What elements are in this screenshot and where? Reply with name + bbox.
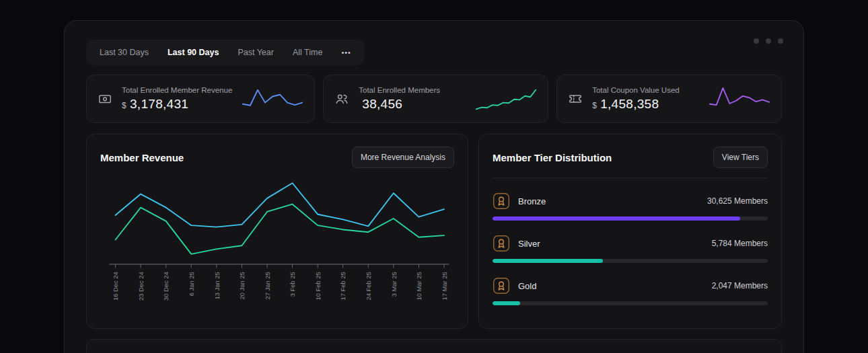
banknote-icon: [98, 91, 112, 106]
silver-badge-icon: [493, 235, 510, 252]
svg-text:6 Jan 25: 6 Jan 25: [188, 272, 195, 296]
svg-text:3 Feb 25: 3 Feb 25: [289, 272, 296, 297]
currency-prefix: $: [592, 101, 597, 110]
view-tiers-button[interactable]: View Tiers: [713, 147, 768, 168]
kpi-label: Total Enrolled Members: [359, 86, 440, 94]
svg-text:17 Mar 25: 17 Mar 25: [441, 272, 448, 300]
kpi-meta: Total Enrolled Member Revenue $3,178,431: [122, 86, 232, 112]
svg-text:24 Feb 25: 24 Feb 25: [365, 272, 372, 300]
tab-last-90-days[interactable]: Last 90 Days: [158, 40, 228, 65]
panel-title: Member Revenue: [100, 152, 184, 163]
revenue-sparkline: [242, 83, 303, 114]
currency-prefix: $: [122, 101, 126, 110]
kpi-card-coupon-value: Total Coupon Value Used $1,458,358: [556, 75, 782, 123]
svg-text:23 Dec 24: 23 Dec 24: [137, 272, 145, 301]
tab-all-time[interactable]: All Time: [283, 40, 332, 65]
tier-progress-track: [493, 301, 768, 305]
next-panel-partial: [86, 339, 782, 353]
tier-progress-track: [493, 217, 768, 221]
svg-text:3 Mar 25: 3 Mar 25: [390, 272, 398, 297]
tier-row-bronze: Bronze 30,625 Members: [493, 192, 768, 221]
tier-row-gold: Gold 2,047 Members: [493, 277, 768, 305]
tier-name: Silver: [518, 239, 540, 249]
tab-last-30-days[interactable]: Last 30 Days: [90, 40, 158, 65]
tier-member-count: 30,625 Members: [707, 196, 768, 206]
members-sparkline: [475, 83, 537, 114]
kpi-value: $1,458,358: [592, 97, 680, 112]
kpi-meta: Total Coupon Value Used $1,458,358: [592, 86, 680, 112]
kpi-card-enrolled-members: Total Enrolled Members 38,456: [323, 75, 548, 123]
gold-badge-icon: [493, 277, 510, 295]
tier-row-top: Bronze 30,625 Members: [493, 192, 768, 210]
tier-member-count: 2,047 Members: [712, 281, 768, 290]
kpi-row: Total Enrolled Member Revenue $3,178,431…: [86, 75, 782, 123]
svg-text:30 Dec 24: 30 Dec 24: [162, 272, 170, 301]
main-row: Member Revenue More Revenue Analysis 16 …: [86, 134, 782, 329]
tier-row-top: Silver 5,784 Members: [493, 235, 768, 252]
coupon-sparkline: [709, 83, 770, 114]
members-icon: [334, 91, 349, 106]
tab-past-year[interactable]: Past Year: [228, 40, 283, 65]
panel-title: Member Tier Distribution: [493, 152, 612, 163]
kpi-label: Total Coupon Value Used: [592, 86, 680, 94]
svg-text:20 Jan 25: 20 Jan 25: [238, 272, 246, 299]
kpi-amount: 38,456: [362, 97, 402, 111]
dashboard-container: Last 30 Days Last 90 Days Past Year All …: [64, 20, 804, 353]
kpi-value: 38,456: [359, 97, 440, 112]
more-revenue-analysis-button[interactable]: More Revenue Analysis: [352, 147, 454, 168]
tier-progress-track: [493, 259, 768, 263]
kpi-amount: 1,458,358: [600, 97, 659, 111]
tier-row-top: Gold 2,047 Members: [493, 277, 768, 295]
coupon-icon: [568, 91, 583, 106]
kpi-card-member-revenue: Total Enrolled Member Revenue $3,178,431: [86, 75, 315, 123]
tier-row-silver: Silver 5,784 Members: [493, 235, 768, 263]
window-dot-2[interactable]: [766, 38, 771, 44]
svg-text:10 Feb 25: 10 Feb 25: [314, 272, 322, 300]
member-tier-panel: Member Tier Distribution View Tiers Bron…: [478, 134, 782, 329]
window-controls: [754, 38, 783, 44]
tier-name: Bronze: [518, 196, 546, 206]
kpi-amount: 3,178,431: [130, 97, 188, 111]
member-revenue-chart: 16 Dec 2423 Dec 2430 Dec 246 Jan 2513 Ja…: [100, 171, 454, 317]
svg-text:17 Feb 25: 17 Feb 25: [339, 272, 347, 300]
tier-name: Gold: [518, 281, 536, 291]
kpi-meta: Total Enrolled Members 38,456: [359, 86, 440, 112]
member-revenue-header: Member Revenue More Revenue Analysis: [100, 147, 454, 168]
bronze-badge-icon: [493, 192, 510, 210]
tier-progress-fill: [493, 259, 603, 263]
tier-member-count: 5,784 Members: [712, 239, 768, 248]
svg-text:16 Dec 24: 16 Dec 24: [112, 272, 119, 301]
kpi-label: Total Enrolled Member Revenue: [122, 86, 232, 94]
member-tier-header: Member Tier Distribution View Tiers: [493, 147, 768, 178]
tabbar-more-button[interactable]: •••: [332, 40, 361, 65]
member-revenue-panel: Member Revenue More Revenue Analysis 16 …: [86, 134, 468, 329]
window-dot-1[interactable]: [754, 38, 759, 44]
window-dot-3[interactable]: [778, 38, 783, 44]
time-range-tabbar: Last 30 Days Last 90 Days Past Year All …: [86, 40, 365, 65]
kpi-value: $3,178,431: [122, 97, 232, 112]
svg-text:10 Mar 25: 10 Mar 25: [415, 272, 423, 300]
svg-text:27 Jan 25: 27 Jan 25: [264, 272, 271, 299]
svg-text:13 Jan 25: 13 Jan 25: [213, 272, 221, 299]
tier-progress-fill: [493, 301, 520, 305]
tier-progress-fill: [493, 217, 740, 221]
